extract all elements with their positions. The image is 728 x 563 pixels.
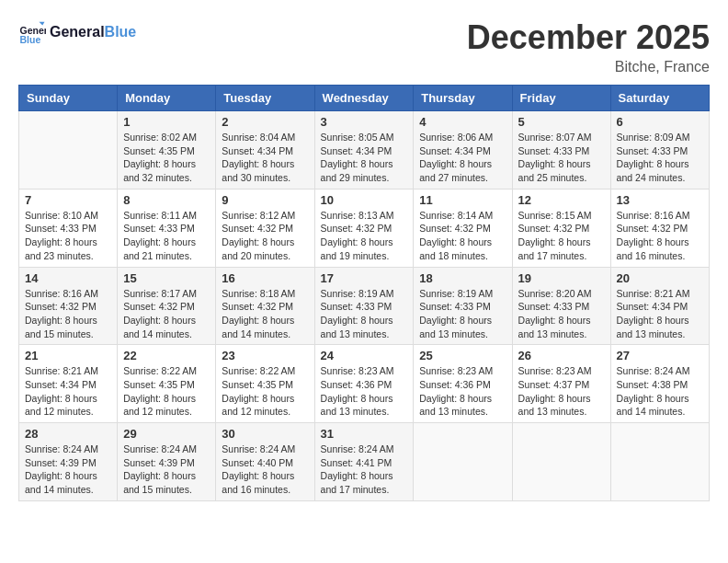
calendar-cell: 6Sunrise: 8:09 AMSunset: 4:33 PMDaylight… xyxy=(610,111,709,190)
day-number: 21 xyxy=(25,349,111,362)
day-info: Sunrise: 8:16 AMSunset: 4:32 PMDaylight:… xyxy=(25,287,111,341)
day-info: Sunrise: 8:02 AMSunset: 4:35 PMDaylight:… xyxy=(123,131,210,185)
header-tuesday: Tuesday xyxy=(216,86,314,111)
day-number: 29 xyxy=(123,427,210,441)
day-info: Sunrise: 8:24 AMSunset: 4:39 PMDaylight:… xyxy=(123,442,210,497)
day-info: Sunrise: 8:21 AMSunset: 4:34 PMDaylight:… xyxy=(617,287,703,341)
day-number: 23 xyxy=(222,349,308,362)
calendar-table: Sunday Monday Tuesday Wednesday Thursday… xyxy=(18,85,710,501)
day-number: 16 xyxy=(222,271,308,285)
day-info: Sunrise: 8:14 AMSunset: 4:32 PMDaylight:… xyxy=(419,209,506,263)
day-number: 8 xyxy=(123,193,210,207)
day-number: 25 xyxy=(419,349,506,362)
month-title: December 2025 xyxy=(467,18,710,57)
calendar-cell: 27Sunrise: 8:24 AMSunset: 4:38 PMDayligh… xyxy=(610,345,709,423)
logo-blue: Blue xyxy=(105,24,137,40)
calendar-cell: 26Sunrise: 8:23 AMSunset: 4:37 PMDayligh… xyxy=(512,345,610,423)
day-info: Sunrise: 8:23 AMSunset: 4:36 PMDaylight:… xyxy=(321,364,408,419)
day-info: Sunrise: 8:13 AMSunset: 4:32 PMDaylight:… xyxy=(321,209,408,263)
day-number: 17 xyxy=(321,271,408,285)
day-info: Sunrise: 8:18 AMSunset: 4:32 PMDaylight:… xyxy=(222,287,308,341)
svg-text:Blue: Blue xyxy=(20,34,41,45)
day-info: Sunrise: 8:19 AMSunset: 4:33 PMDaylight:… xyxy=(321,287,408,341)
day-info: Sunrise: 8:24 AMSunset: 4:38 PMDaylight:… xyxy=(617,364,703,419)
calendar-cell: 19Sunrise: 8:20 AMSunset: 4:33 PMDayligh… xyxy=(512,267,610,345)
calendar-cell: 10Sunrise: 8:13 AMSunset: 4:32 PMDayligh… xyxy=(314,189,414,267)
day-number: 2 xyxy=(222,115,308,129)
calendar-cell: 25Sunrise: 8:23 AMSunset: 4:36 PMDayligh… xyxy=(414,345,512,423)
day-info: Sunrise: 8:16 AMSunset: 4:32 PMDaylight:… xyxy=(617,209,703,263)
day-info: Sunrise: 8:24 AMSunset: 4:41 PMDaylight:… xyxy=(321,442,408,497)
logo-icon: General Blue xyxy=(18,18,46,46)
day-info: Sunrise: 8:17 AMSunset: 4:32 PMDaylight:… xyxy=(123,287,210,341)
calendar-cell xyxy=(610,423,709,501)
calendar-cell xyxy=(512,423,610,501)
day-info: Sunrise: 8:21 AMSunset: 4:34 PMDaylight:… xyxy=(25,364,111,419)
calendar-cell: 9Sunrise: 8:12 AMSunset: 4:32 PMDaylight… xyxy=(216,189,314,267)
day-number: 12 xyxy=(518,193,605,207)
calendar-cell: 22Sunrise: 8:22 AMSunset: 4:35 PMDayligh… xyxy=(118,345,216,423)
day-info: Sunrise: 8:06 AMSunset: 4:34 PMDaylight:… xyxy=(419,131,506,185)
day-number: 1 xyxy=(123,115,210,129)
header-thursday: Thursday xyxy=(414,86,512,111)
calendar-cell: 30Sunrise: 8:24 AMSunset: 4:40 PMDayligh… xyxy=(216,423,314,501)
day-info: Sunrise: 8:20 AMSunset: 4:33 PMDaylight:… xyxy=(518,287,605,341)
day-number: 28 xyxy=(25,427,111,441)
calendar-cell: 16Sunrise: 8:18 AMSunset: 4:32 PMDayligh… xyxy=(216,267,314,345)
day-info: Sunrise: 8:12 AMSunset: 4:32 PMDaylight:… xyxy=(222,209,308,263)
calendar-cell: 20Sunrise: 8:21 AMSunset: 4:34 PMDayligh… xyxy=(610,267,709,345)
calendar-cell: 8Sunrise: 8:11 AMSunset: 4:33 PMDaylight… xyxy=(118,189,216,267)
day-info: Sunrise: 8:15 AMSunset: 4:32 PMDaylight:… xyxy=(518,209,605,263)
day-number: 13 xyxy=(617,193,703,207)
calendar-cell: 4Sunrise: 8:06 AMSunset: 4:34 PMDaylight… xyxy=(414,111,512,190)
calendar-cell: 24Sunrise: 8:23 AMSunset: 4:36 PMDayligh… xyxy=(314,345,414,423)
calendar-cell: 28Sunrise: 8:24 AMSunset: 4:39 PMDayligh… xyxy=(19,423,118,501)
day-number: 24 xyxy=(321,349,408,362)
logo: General Blue GeneralBlue xyxy=(18,18,136,46)
calendar-cell: 13Sunrise: 8:16 AMSunset: 4:32 PMDayligh… xyxy=(610,189,709,267)
calendar-week-row: 21Sunrise: 8:21 AMSunset: 4:34 PMDayligh… xyxy=(19,345,710,423)
day-info: Sunrise: 8:19 AMSunset: 4:33 PMDaylight:… xyxy=(419,287,506,341)
calendar-cell xyxy=(19,111,118,190)
calendar-cell: 12Sunrise: 8:15 AMSunset: 4:32 PMDayligh… xyxy=(512,189,610,267)
day-info: Sunrise: 8:11 AMSunset: 4:33 PMDaylight:… xyxy=(123,209,210,263)
header-wednesday: Wednesday xyxy=(314,86,414,111)
calendar-cell: 7Sunrise: 8:10 AMSunset: 4:33 PMDaylight… xyxy=(19,189,118,267)
calendar-cell: 23Sunrise: 8:22 AMSunset: 4:35 PMDayligh… xyxy=(216,345,314,423)
page-header: General Blue GeneralBlue December 2025 B… xyxy=(18,18,710,75)
header-sunday: Sunday xyxy=(19,86,118,111)
calendar-cell: 2Sunrise: 8:04 AMSunset: 4:34 PMDaylight… xyxy=(216,111,314,190)
day-number: 31 xyxy=(321,427,408,441)
calendar-cell: 15Sunrise: 8:17 AMSunset: 4:32 PMDayligh… xyxy=(118,267,216,345)
calendar-week-row: 14Sunrise: 8:16 AMSunset: 4:32 PMDayligh… xyxy=(19,267,710,345)
day-info: Sunrise: 8:09 AMSunset: 4:33 PMDaylight:… xyxy=(617,131,703,185)
day-info: Sunrise: 8:04 AMSunset: 4:34 PMDaylight:… xyxy=(222,131,308,185)
header-saturday: Saturday xyxy=(610,86,709,111)
header-monday: Monday xyxy=(118,86,216,111)
calendar-cell: 17Sunrise: 8:19 AMSunset: 4:33 PMDayligh… xyxy=(314,267,414,345)
calendar-cell: 31Sunrise: 8:24 AMSunset: 4:41 PMDayligh… xyxy=(314,423,414,501)
day-number: 11 xyxy=(419,193,506,207)
calendar-header-row: Sunday Monday Tuesday Wednesday Thursday… xyxy=(19,86,710,111)
day-number: 3 xyxy=(321,115,408,129)
day-number: 19 xyxy=(518,271,605,285)
calendar-cell: 29Sunrise: 8:24 AMSunset: 4:39 PMDayligh… xyxy=(118,423,216,501)
day-info: Sunrise: 8:10 AMSunset: 4:33 PMDaylight:… xyxy=(25,209,111,263)
day-number: 30 xyxy=(222,427,308,441)
calendar-cell: 14Sunrise: 8:16 AMSunset: 4:32 PMDayligh… xyxy=(19,267,118,345)
day-info: Sunrise: 8:23 AMSunset: 4:37 PMDaylight:… xyxy=(518,364,605,419)
logo-general: General xyxy=(50,24,105,40)
calendar-week-row: 1Sunrise: 8:02 AMSunset: 4:35 PMDaylight… xyxy=(19,111,710,190)
calendar-week-row: 28Sunrise: 8:24 AMSunset: 4:39 PMDayligh… xyxy=(19,423,710,501)
day-number: 5 xyxy=(518,115,605,129)
day-info: Sunrise: 8:07 AMSunset: 4:33 PMDaylight:… xyxy=(518,131,605,185)
day-info: Sunrise: 8:24 AMSunset: 4:40 PMDaylight:… xyxy=(222,442,308,497)
day-number: 4 xyxy=(419,115,506,129)
day-number: 20 xyxy=(617,271,703,285)
calendar-cell: 5Sunrise: 8:07 AMSunset: 4:33 PMDaylight… xyxy=(512,111,610,190)
calendar-cell xyxy=(414,423,512,501)
day-number: 14 xyxy=(25,271,111,285)
day-info: Sunrise: 8:22 AMSunset: 4:35 PMDaylight:… xyxy=(123,364,210,419)
day-number: 6 xyxy=(617,115,703,129)
calendar-cell: 3Sunrise: 8:05 AMSunset: 4:34 PMDaylight… xyxy=(314,111,414,190)
